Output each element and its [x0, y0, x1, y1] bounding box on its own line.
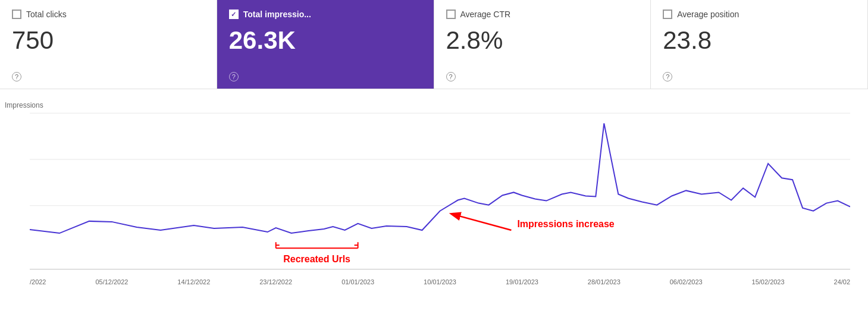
svg-text:14/12/2022: 14/12/2022: [177, 278, 210, 285]
chart-area: Impressions 750 500 250 0 26/11/2022 05/…: [0, 89, 868, 317]
metric-header-clicks: Total clicks: [12, 10, 205, 19]
svg-line-25: [452, 214, 511, 230]
svg-text:23/12/2022: 23/12/2022: [259, 278, 292, 285]
help-icon-clicks[interactable]: ?: [12, 72, 21, 81]
metrics-bar: Total clicks 750 ? Total impressio... 26…: [0, 0, 868, 89]
svg-text:Impressions increase: Impressions increase: [517, 218, 614, 229]
svg-text:28/01/2023: 28/01/2023: [588, 278, 621, 285]
metric-value-impressions: 26.3K: [229, 26, 422, 55]
svg-text:Recreated Urls: Recreated Urls: [283, 253, 350, 263]
metric-card-average-position[interactable]: Average position 23.8 ?: [651, 0, 868, 89]
svg-text:05/12/2022: 05/12/2022: [95, 278, 128, 285]
svg-text:10/01/2023: 10/01/2023: [424, 278, 456, 285]
metric-value-clicks: 750: [12, 26, 205, 55]
svg-text:26/11/2022: 26/11/2022: [30, 278, 46, 285]
metric-label-ctr: Average CTR: [460, 10, 511, 19]
metric-label-clicks: Total clicks: [26, 10, 67, 19]
help-icon-impressions[interactable]: ?: [229, 72, 239, 81]
metric-label-impressions: Total impressio...: [243, 10, 311, 19]
checkbox-average-position[interactable]: [663, 10, 672, 19]
svg-text:01/01/2023: 01/01/2023: [341, 278, 374, 285]
metric-header-position: Average position: [663, 10, 856, 19]
metric-value-position: 23.8: [663, 26, 856, 55]
metric-label-position: Average position: [677, 10, 739, 19]
metric-card-total-impressions[interactable]: Total impressio... 26.3K ?: [217, 0, 434, 89]
metric-value-ctr: 2.8%: [446, 26, 639, 55]
y-axis-label: Impressions: [5, 101, 43, 109]
metric-header-impressions: Total impressio...: [229, 10, 422, 19]
svg-text:15/02/2023: 15/02/2023: [752, 278, 785, 285]
help-icon-ctr[interactable]: ?: [446, 72, 456, 81]
checkbox-average-ctr[interactable]: [446, 10, 456, 19]
svg-text:24/02/2023: 24/02/2023: [834, 278, 850, 285]
impressions-line: [30, 123, 850, 233]
metric-card-total-clicks[interactable]: Total clicks 750 ?: [0, 0, 217, 89]
checkbox-total-clicks[interactable]: [12, 10, 21, 19]
svg-text:19/01/2023: 19/01/2023: [506, 278, 538, 285]
metric-card-average-ctr[interactable]: Average CTR 2.8% ?: [434, 0, 651, 89]
svg-text:06/02/2023: 06/02/2023: [670, 278, 703, 285]
impressions-chart: 750 500 250 0 26/11/2022 05/12/2022 14/1…: [30, 101, 850, 293]
checkbox-total-impressions[interactable]: [229, 10, 239, 19]
help-icon-position[interactable]: ?: [663, 72, 672, 81]
metric-header-ctr: Average CTR: [446, 10, 639, 19]
